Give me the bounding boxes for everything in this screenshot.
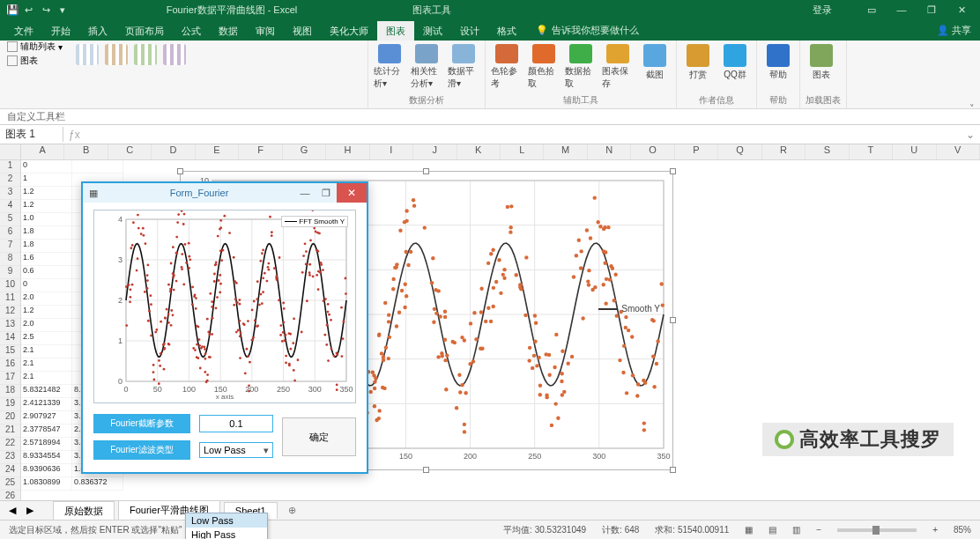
ribbon-button[interactable]: 帮助: [762, 44, 794, 90]
row-header[interactable]: 25: [0, 477, 20, 491]
row-header[interactable]: 16: [0, 358, 20, 372]
ribbon-button[interactable]: 图表保存: [602, 44, 634, 90]
cell[interactable]: 2.5: [21, 332, 72, 345]
ribbon-left-item[interactable]: 辅助列表: [20, 41, 56, 53]
ribbon-button[interactable]: 打赏: [682, 44, 714, 90]
column-header[interactable]: L: [501, 144, 544, 159]
ribbon-button[interactable]: 数据拾取: [565, 44, 597, 90]
row-header[interactable]: 19: [0, 398, 20, 411]
tab-formulas[interactable]: 公式: [173, 21, 210, 41]
ribbon-button[interactable]: 颜色拾取: [528, 44, 560, 90]
close-icon[interactable]: ✕: [948, 4, 975, 16]
column-headers[interactable]: ABCDEFGHIJKLMNOPQRSTUV: [21, 144, 980, 160]
select-all-corner[interactable]: [0, 144, 21, 160]
ribbon-button[interactable]: 色轮参考: [491, 44, 523, 90]
cell[interactable]: 1.2: [21, 306, 72, 319]
cell[interactable]: 1: [21, 174, 72, 187]
tab-design[interactable]: 设计: [451, 21, 488, 41]
cell[interactable]: 2.3778547: [21, 425, 72, 438]
save-icon[interactable]: 💾: [7, 4, 18, 15]
view-layout-icon[interactable]: ▤: [768, 525, 776, 535]
tab-view[interactable]: 视图: [284, 21, 321, 41]
view-normal-icon[interactable]: ▦: [745, 525, 753, 535]
checkbox-icon[interactable]: [7, 41, 18, 52]
cell[interactable]: 0.6: [21, 266, 72, 279]
row-headers[interactable]: 1234567891011121314151617181920212223242…: [0, 160, 21, 500]
minimize-icon[interactable]: —: [888, 4, 915, 16]
cell[interactable]: 1.8: [21, 240, 72, 253]
share-button[interactable]: 👤 共享: [928, 20, 980, 41]
account-name[interactable]: 登录: [786, 4, 858, 17]
cell[interactable]: 2.1: [21, 358, 72, 372]
column-header[interactable]: G: [283, 144, 326, 159]
row-header[interactable]: 4: [0, 200, 20, 213]
new-sheet-button[interactable]: ⊕: [281, 505, 303, 516]
cell[interactable]: 0: [21, 279, 72, 292]
qat-more-icon[interactable]: ▾: [60, 4, 71, 15]
cell[interactable]: 1.0: [21, 213, 72, 226]
tab-format[interactable]: 格式: [488, 21, 525, 41]
ribbon-button[interactable]: 图表: [806, 44, 837, 90]
ribbon-button[interactable]: 数据平滑▾: [448, 44, 479, 90]
row-header[interactable]: 20: [0, 411, 20, 425]
tab-review[interactable]: 审阅: [247, 21, 284, 41]
name-box[interactable]: 图表 1: [0, 127, 63, 142]
cell[interactable]: 0: [21, 160, 72, 174]
row-header[interactable]: 9: [0, 266, 20, 279]
tab-test[interactable]: 测试: [414, 21, 451, 41]
ribbon-button[interactable]: 截图: [639, 44, 671, 90]
undo-icon[interactable]: ↩: [25, 4, 35, 15]
column-header[interactable]: T: [850, 144, 893, 159]
sheet-tab[interactable]: 原始数据: [53, 501, 115, 521]
sheet-nav-first-icon[interactable]: ◀: [9, 505, 16, 516]
checkbox-icon[interactable]: [7, 55, 18, 66]
row-header[interactable]: 13: [0, 319, 20, 332]
form-maximize-icon[interactable]: ❐: [316, 188, 337, 199]
row-header[interactable]: 12: [0, 306, 20, 319]
tell-me[interactable]: 💡告诉我你想要做什么: [525, 20, 650, 41]
row-header[interactable]: 17: [0, 372, 20, 385]
row-header[interactable]: 11: [0, 292, 20, 306]
cell[interactable]: 2.0: [21, 319, 72, 332]
ribbon-button[interactable]: QQ群: [719, 44, 751, 90]
cell[interactable]: 5.8321482: [21, 385, 72, 398]
row-header[interactable]: 23: [0, 451, 20, 464]
column-header[interactable]: S: [806, 144, 849, 159]
row-header[interactable]: 1: [0, 160, 20, 174]
zoom-in-icon[interactable]: +: [932, 525, 938, 535]
row-header[interactable]: 5: [0, 213, 20, 226]
column-header[interactable]: M: [544, 144, 587, 159]
cell[interactable]: 1.8: [21, 226, 72, 240]
tab-home[interactable]: 开始: [42, 21, 79, 41]
cell[interactable]: 1.6: [21, 253, 72, 266]
column-header[interactable]: B: [64, 144, 108, 159]
tab-chart[interactable]: 图表: [377, 21, 414, 41]
formula-expand-icon[interactable]: ⌄: [961, 129, 980, 141]
row-header[interactable]: 6: [0, 226, 20, 240]
fourier-filter-dropdown[interactable]: Low Pass High Pass Band Pass Band Block: [185, 513, 268, 539]
row-header[interactable]: 18: [0, 385, 20, 398]
zoom-slider[interactable]: [837, 528, 917, 532]
column-header[interactable]: J: [413, 144, 457, 159]
form-minimize-icon[interactable]: —: [294, 188, 316, 198]
column-header[interactable]: N: [588, 144, 631, 159]
column-header[interactable]: O: [631, 144, 674, 159]
cell[interactable]: 2.5718994: [21, 438, 72, 451]
cell[interactable]: 2.1: [21, 372, 72, 385]
column-header[interactable]: I: [370, 144, 413, 159]
row-header[interactable]: 8: [0, 253, 20, 266]
maximize-icon[interactable]: ❐: [918, 4, 945, 16]
zoom-out-icon[interactable]: −: [816, 525, 821, 535]
ok-button[interactable]: 确定: [282, 417, 356, 456]
row-header[interactable]: 22: [0, 438, 20, 451]
ribbon-options-icon[interactable]: ▭: [858, 4, 885, 16]
row-header[interactable]: 21: [0, 425, 20, 438]
row-header[interactable]: 15: [0, 345, 20, 358]
ribbon-left-item[interactable]: 图表: [20, 55, 38, 67]
tab-insert[interactable]: 插入: [79, 21, 116, 41]
column-header[interactable]: K: [457, 144, 501, 159]
row-header[interactable]: 10: [0, 279, 20, 292]
column-header[interactable]: A: [21, 144, 64, 159]
cell[interactable]: [72, 160, 123, 174]
form-close-button[interactable]: ✕: [337, 183, 367, 203]
